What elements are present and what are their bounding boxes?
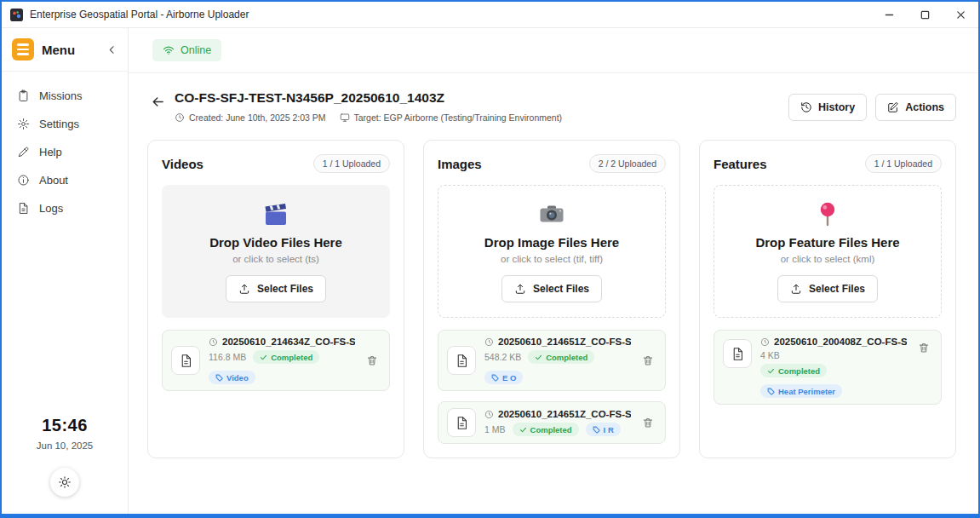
sidebar-item-help[interactable]: Help <box>2 138 128 166</box>
sidebar-item-missions[interactable]: Missions <box>2 82 128 110</box>
status-text: Completed <box>778 366 820 376</box>
sidebar-collapse-button[interactable] <box>105 43 119 57</box>
mission-target: Target: EGP Airborne (Testing/Training E… <box>340 112 563 123</box>
mission-meta: Created: June 10th, 2025 2:03 PM Target:… <box>175 112 562 123</box>
minimize-button[interactable] <box>871 2 907 27</box>
file-size: 4 KB <box>760 350 780 360</box>
delete-file-button[interactable] <box>639 414 656 431</box>
file-info: 20250610_200408Z_CO-FS-SFJ-T... 4 KB Com… <box>760 337 907 398</box>
file-name: 20250610_214651Z_CO-FS-SFJ-TE... <box>498 409 631 419</box>
check-icon <box>535 354 542 361</box>
menu-row: Menu <box>2 28 128 72</box>
sidebar-footer: 15:46 Jun 10, 2025 <box>2 402 128 514</box>
status-completed-badge: Completed <box>528 350 594 364</box>
file-icon <box>723 339 752 368</box>
upload-count-badge: 1 / 1 Uploaded <box>865 154 942 173</box>
upload-count-badge: 2 / 2 Uploaded <box>589 154 666 173</box>
image-dropzone[interactable]: Drop Image Files Here or click to select… <box>438 185 666 318</box>
document-icon <box>17 202 30 215</box>
status-badge: Online <box>152 39 221 61</box>
clock-icon <box>484 410 494 419</box>
status-text: Completed <box>546 353 587 362</box>
features-card: Features 1 / 1 Uploaded Drop Feature Fil… <box>699 140 956 458</box>
card-header: Videos 1 / 1 Uploaded <box>162 154 390 173</box>
topbar: Online <box>129 28 978 73</box>
file-size: 116.8 MB <box>209 352 246 362</box>
close-icon <box>956 10 966 20</box>
video-dropzone[interactable]: Drop Video Files Here or click to select… <box>162 185 390 318</box>
nav-label: Settings <box>39 118 79 130</box>
trash-icon <box>642 417 654 429</box>
file-icon <box>447 408 476 437</box>
gear-icon <box>17 118 30 130</box>
sidebar-item-logs[interactable]: Logs <box>2 194 128 222</box>
theme-toggle-button[interactable] <box>50 468 79 497</box>
tag-icon <box>491 374 499 382</box>
card-header: Features 1 / 1 Uploaded <box>714 154 942 173</box>
trash-icon <box>642 354 654 366</box>
status-completed-badge: Completed <box>253 350 319 364</box>
drop-title: Drop Image Files Here <box>484 235 619 250</box>
clock-icon <box>484 337 494 347</box>
tag-text: E O <box>502 373 516 383</box>
file-list: 20250610_200408Z_CO-FS-SFJ-T... 4 KB Com… <box>714 330 942 405</box>
monitor-icon <box>340 112 350 123</box>
nav-label: Help <box>39 146 62 158</box>
clock-icon <box>760 337 770 347</box>
upload-icon <box>238 283 250 295</box>
menu-button[interactable] <box>12 38 34 60</box>
sidebar-item-about[interactable]: About <box>2 166 128 194</box>
images-card: Images 2 / 2 Uploaded Drop Image Files H… <box>423 140 680 458</box>
feature-dropzone[interactable]: Drop Feature Files Here or click to sele… <box>714 185 942 318</box>
clock-date: Jun 10, 2025 <box>37 440 94 451</box>
camera-icon <box>538 201 565 228</box>
window-controls <box>871 2 978 27</box>
check-icon <box>519 426 527 434</box>
file-item: 20250610_214651Z_CO-FS-SFJ-TE... 548.2 K… <box>438 330 666 391</box>
drop-hint: or click to select (tif, tiff) <box>501 254 603 264</box>
mission-created: Created: June 10th, 2025 2:03 PM <box>175 112 326 123</box>
clapperboard-icon <box>262 201 289 228</box>
file-type-badge: Heat Perimeter <box>760 384 842 398</box>
card-title: Videos <box>162 157 203 171</box>
sun-icon <box>58 475 72 489</box>
file-type-badge: E O <box>484 371 523 384</box>
select-files-button[interactable]: Select Files <box>226 275 326 302</box>
maximize-button[interactable] <box>907 2 943 27</box>
select-files-button[interactable]: Select Files <box>777 275 878 302</box>
trash-icon <box>366 354 378 366</box>
header-actions: History Actions <box>788 90 956 121</box>
upload-icon <box>790 283 802 295</box>
history-button[interactable]: History <box>788 94 867 121</box>
main-content: Online CO-FS-SFJ-TEST-N3456P_20250610_14… <box>129 28 978 514</box>
tag-icon <box>215 374 223 382</box>
minimize-icon <box>885 10 894 20</box>
drop-hint: or click to select (ts) <box>232 254 319 264</box>
status-completed-badge: Completed <box>760 364 827 377</box>
history-icon <box>800 101 812 113</box>
chevron-left-icon <box>106 44 117 55</box>
tag-text: I R <box>604 425 614 435</box>
file-item: 20250610_200408Z_CO-FS-SFJ-T... 4 KB Com… <box>714 330 942 405</box>
close-button[interactable] <box>943 2 978 27</box>
clock-time: 15:46 <box>42 416 88 435</box>
delete-file-button[interactable] <box>364 352 381 369</box>
mission-info: CO-FS-SFJ-TEST-N3456P_20250610_1403Z Cre… <box>175 90 562 123</box>
nav-label: Logs <box>39 202 63 215</box>
file-size: 1 MB <box>484 424 506 435</box>
file-info: 20250610_214634Z_CO-FS-SFJ-T... 116.8 MB… <box>209 337 355 384</box>
back-button[interactable] <box>147 91 169 112</box>
clock-icon <box>175 112 185 123</box>
sidebar-item-settings[interactable]: Settings <box>2 110 128 138</box>
delete-file-button[interactable] <box>915 339 932 356</box>
tag-icon <box>767 388 775 395</box>
app-window: Enterprise Geospatial Portal - Airborne … <box>0 0 980 518</box>
pushpin-icon <box>814 201 841 228</box>
select-files-label: Select Files <box>809 283 865 295</box>
actions-button[interactable]: Actions <box>875 94 956 121</box>
delete-file-button[interactable] <box>639 352 656 369</box>
check-icon <box>260 354 267 361</box>
select-files-button[interactable]: Select Files <box>501 275 602 302</box>
check-icon <box>767 367 775 375</box>
menu-label: Menu <box>42 43 75 57</box>
